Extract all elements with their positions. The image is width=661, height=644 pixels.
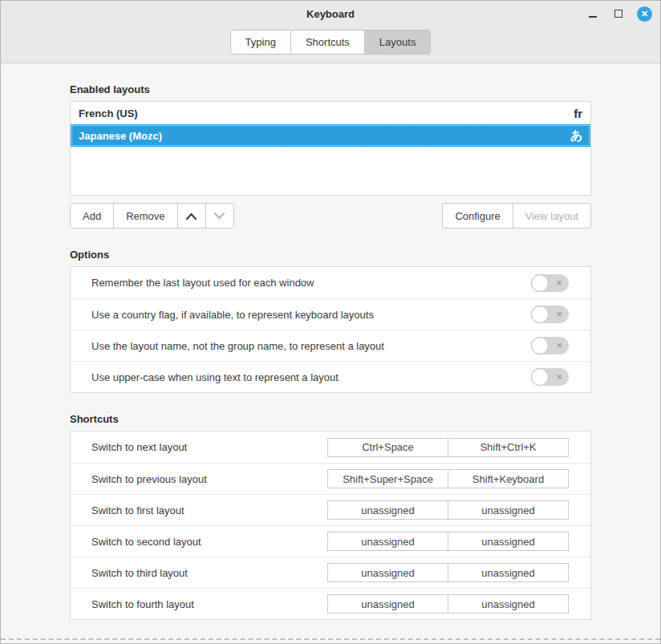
shortcut-label: Switch to previous layout bbox=[91, 473, 207, 485]
toggle-layout-name[interactable]: ✕ bbox=[531, 337, 569, 354]
enabled-layouts-list: French (US) fr Japanese (Mozc) あ bbox=[70, 101, 591, 196]
shortcut-row-next-layout: Switch to next layout Ctrl+Space Shift+C… bbox=[71, 431, 590, 463]
layouts-page: Enabled layouts French (US) fr Japanese … bbox=[1, 63, 660, 643]
layout-list-actions: Add Remove Configure View layout bbox=[70, 203, 591, 229]
remove-layout-button[interactable]: Remove bbox=[113, 203, 177, 229]
toggle-knob bbox=[531, 274, 549, 292]
tab-typing[interactable]: Typing bbox=[230, 30, 291, 55]
toggle-off-icon: ✕ bbox=[556, 342, 562, 350]
close-button[interactable]: ✕ bbox=[637, 6, 652, 22]
move-layout-up-button[interactable] bbox=[177, 203, 206, 229]
shortcut-binding-primary[interactable]: unassigned bbox=[327, 500, 448, 520]
shortcut-binding-group: Ctrl+Space Shift+Ctrl+K bbox=[327, 438, 569, 457]
chevron-down-icon bbox=[213, 213, 225, 220]
shortcut-binding-secondary[interactable]: unassigned bbox=[448, 594, 569, 614]
shortcut-binding-group: Shift+Super+Space Shift+Keyboard bbox=[327, 469, 569, 488]
shortcuts-panel: Switch to next layout Ctrl+Space Shift+C… bbox=[70, 431, 591, 620]
shortcut-label: Switch to fourth layout bbox=[91, 598, 194, 610]
overscroll-indicator bbox=[1, 638, 660, 640]
shortcut-binding-secondary[interactable]: Shift+Keyboard bbox=[448, 469, 569, 488]
shortcut-binding-group: unassigned unassigned bbox=[327, 532, 569, 551]
toggle-knob bbox=[531, 337, 549, 354]
view-layout-button[interactable]: View layout bbox=[513, 203, 591, 229]
enabled-layouts-heading: Enabled layouts bbox=[70, 83, 591, 95]
toggle-off-icon: ✕ bbox=[556, 279, 562, 286]
minimize-icon bbox=[589, 16, 597, 18]
options-heading: Options bbox=[70, 249, 591, 261]
shortcut-binding-primary[interactable]: unassigned bbox=[327, 532, 448, 551]
shortcut-row-first-layout: Switch to first layout unassigned unassi… bbox=[71, 494, 590, 525]
layout-edit-button-group: Add Remove bbox=[70, 203, 234, 229]
tab-shortcuts-label: Shortcuts bbox=[306, 36, 350, 48]
shortcut-binding-secondary[interactable]: unassigned bbox=[448, 500, 569, 520]
option-label: Use upper-case when using text to repres… bbox=[91, 371, 339, 383]
tab-shortcuts[interactable]: Shortcuts bbox=[290, 30, 365, 55]
keyboard-settings-window: Keyboard ✕ Typing Shortcuts Lay bbox=[0, 0, 661, 644]
layout-indicator-fr: fr bbox=[574, 107, 582, 120]
close-icon: ✕ bbox=[641, 10, 648, 18]
layout-name: Japanese (Mozc) bbox=[79, 130, 162, 142]
toggle-knob bbox=[531, 368, 549, 386]
toggle-remember-layout[interactable]: ✕ bbox=[531, 274, 569, 292]
shortcut-row-second-layout: Switch to second layout unassigned unass… bbox=[71, 525, 590, 557]
shortcut-row-fourth-layout: Switch to fourth layout unassigned unass… bbox=[71, 588, 590, 619]
shortcut-label: Switch to first layout bbox=[91, 504, 185, 516]
option-row-upper-case: Use upper-case when using text to repres… bbox=[71, 361, 590, 392]
shortcut-label: Switch to third layout bbox=[91, 567, 188, 579]
shortcut-binding-group: unassigned unassigned bbox=[327, 594, 569, 614]
shortcut-row-third-layout: Switch to third layout unassigned unassi… bbox=[71, 557, 590, 588]
window-header: Keyboard ✕ Typing Shortcuts Lay bbox=[1, 1, 660, 63]
toggle-knob bbox=[531, 306, 549, 323]
tab-layouts-label: Layouts bbox=[379, 36, 416, 48]
toggle-off-icon: ✕ bbox=[556, 374, 562, 381]
layout-indicator-ja: あ bbox=[570, 128, 582, 144]
option-row-layout-name: Use the layout name, not the group name,… bbox=[71, 330, 590, 361]
shortcuts-heading: Shortcuts bbox=[70, 413, 591, 425]
chevron-up-icon bbox=[185, 213, 197, 220]
shortcut-binding-group: unassigned unassigned bbox=[327, 500, 569, 520]
maximize-button[interactable] bbox=[611, 6, 626, 21]
configure-layout-button[interactable]: Configure bbox=[442, 203, 513, 229]
option-row-remember-layout: Remember the last layout used for each w… bbox=[71, 267, 590, 298]
layout-view-button-group: Configure View layout bbox=[442, 203, 591, 229]
option-label: Remember the last layout used for each w… bbox=[91, 277, 314, 289]
layout-row-japanese[interactable]: Japanese (Mozc) あ bbox=[71, 124, 590, 147]
tab-layouts[interactable]: Layouts bbox=[364, 30, 432, 55]
shortcut-binding-secondary[interactable]: unassigned bbox=[448, 563, 569, 582]
option-row-country-flag: Use a country flag, if available, to rep… bbox=[71, 298, 590, 330]
shortcut-binding-primary[interactable]: Shift+Super+Space bbox=[327, 469, 448, 488]
shortcut-label: Switch to next layout bbox=[91, 441, 187, 453]
toggle-upper-case[interactable]: ✕ bbox=[531, 368, 569, 386]
layout-row-french[interactable]: French (US) fr bbox=[71, 102, 590, 124]
tab-bar: Typing Shortcuts Layouts bbox=[1, 26, 660, 63]
options-panel: Remember the last layout used for each w… bbox=[70, 266, 591, 393]
maximize-icon bbox=[614, 10, 622, 18]
shortcut-binding-secondary[interactable]: unassigned bbox=[448, 532, 569, 551]
option-label: Use a country flag, if available, to rep… bbox=[91, 309, 374, 321]
window-controls: ✕ bbox=[586, 1, 652, 26]
add-layout-button[interactable]: Add bbox=[70, 203, 114, 229]
toggle-country-flag[interactable]: ✕ bbox=[531, 306, 569, 323]
window-title: Keyboard bbox=[306, 8, 355, 20]
shortcut-row-previous-layout: Switch to previous layout Shift+Super+Sp… bbox=[71, 463, 590, 494]
move-layout-down-button[interactable] bbox=[205, 203, 234, 229]
layout-name: French (US) bbox=[79, 107, 138, 119]
titlebar: Keyboard ✕ bbox=[1, 1, 660, 26]
option-label: Use the layout name, not the group name,… bbox=[91, 340, 384, 352]
shortcut-binding-primary[interactable]: Ctrl+Space bbox=[327, 438, 448, 457]
minimize-button[interactable] bbox=[586, 6, 600, 21]
tab-typing-label: Typing bbox=[245, 36, 276, 48]
shortcut-binding-primary[interactable]: unassigned bbox=[327, 594, 448, 614]
shortcut-binding-primary[interactable]: unassigned bbox=[327, 563, 448, 582]
shortcut-binding-group: unassigned unassigned bbox=[327, 563, 569, 582]
shortcut-binding-secondary[interactable]: Shift+Ctrl+K bbox=[448, 438, 569, 457]
toggle-off-icon: ✕ bbox=[556, 311, 562, 318]
shortcut-label: Switch to second layout bbox=[91, 536, 201, 548]
